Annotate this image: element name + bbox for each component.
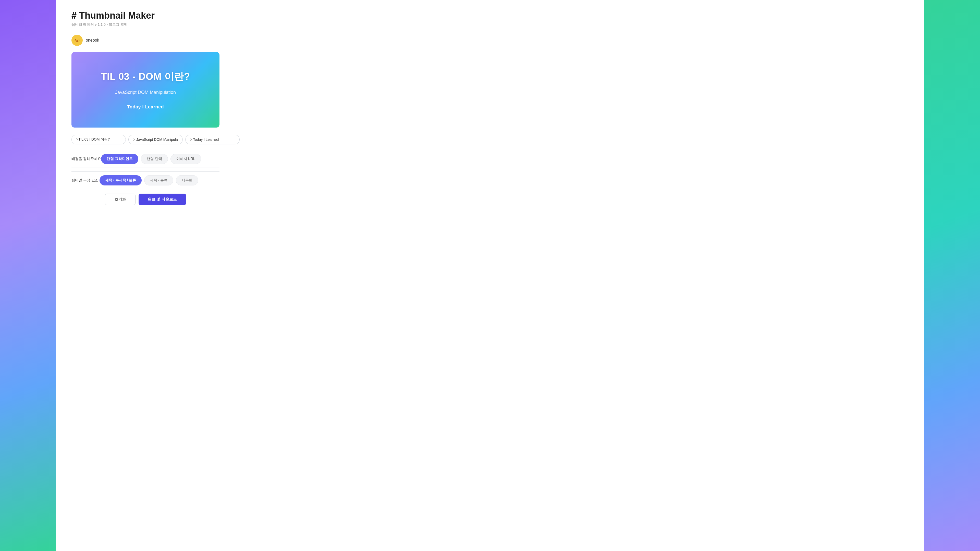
right-sidebar: [924, 0, 980, 551]
page-subtitle: 썸네일 메이커 v 1.1.0 - 블로그 포맷: [72, 22, 908, 27]
component-options-row: 썸네일 구성 요소 제목 / 부제목 / 분류 제목 / 분류 제목만: [72, 175, 220, 186]
bg-label: 배경을 정해주세요: [72, 157, 101, 161]
thumbnail-subtitle: JavaScript DOM Manipulation: [115, 90, 176, 95]
section-divider-1: [72, 150, 220, 150]
left-sidebar: [0, 0, 56, 551]
component-full-button[interactable]: 제목 / 부제목 / 분류: [100, 175, 142, 186]
component-label: 썸네일 구성 요소: [72, 178, 100, 183]
avatar: {w}: [72, 35, 83, 46]
bg-random-gradient-button[interactable]: 랜덤 그라디언트: [101, 154, 138, 164]
thumbnail-main-title: TIL 03 - DOM 이란?: [101, 70, 190, 83]
action-row: 초기화 완료 및 다운로드: [72, 194, 220, 205]
bg-btn-group: 랜덤 그라디언트 랜덤 단색 이미지 URL: [101, 154, 201, 164]
reset-button[interactable]: 초기화: [105, 194, 135, 205]
tag-input[interactable]: [185, 135, 240, 144]
thumbnail-preview: TIL 03 - DOM 이란? JavaScript DOM Manipula…: [72, 52, 220, 127]
page-title: # Thumbnail Maker: [72, 10, 908, 21]
bg-options-row: 배경을 정해주세요 랜덤 그라디언트 랜덤 단색 이미지 URL: [72, 154, 220, 168]
bg-image-url-button[interactable]: 이미지 URL: [170, 154, 201, 164]
component-btn-group: 제목 / 부제목 / 분류 제목 / 분류 제목만: [100, 175, 198, 186]
subtitle-input[interactable]: [128, 135, 183, 144]
input-row: [72, 135, 220, 144]
author-row: {w} oneook: [72, 35, 908, 46]
bg-random-solid-button[interactable]: 랜덤 단색: [141, 154, 168, 164]
download-button[interactable]: 완료 및 다운로드: [138, 194, 186, 205]
component-title-only-button[interactable]: 제목만: [176, 175, 198, 186]
main-content: # Thumbnail Maker 썸네일 메이커 v 1.1.0 - 블로그 …: [56, 0, 924, 551]
title-input[interactable]: [72, 135, 126, 144]
component-title-category-button[interactable]: 제목 / 분류: [144, 175, 173, 186]
thumbnail-tag: Today I Learned: [127, 104, 164, 110]
thumbnail-underline: [97, 86, 194, 86]
author-name: oneook: [86, 38, 99, 43]
avatar-text: {w}: [75, 38, 80, 42]
